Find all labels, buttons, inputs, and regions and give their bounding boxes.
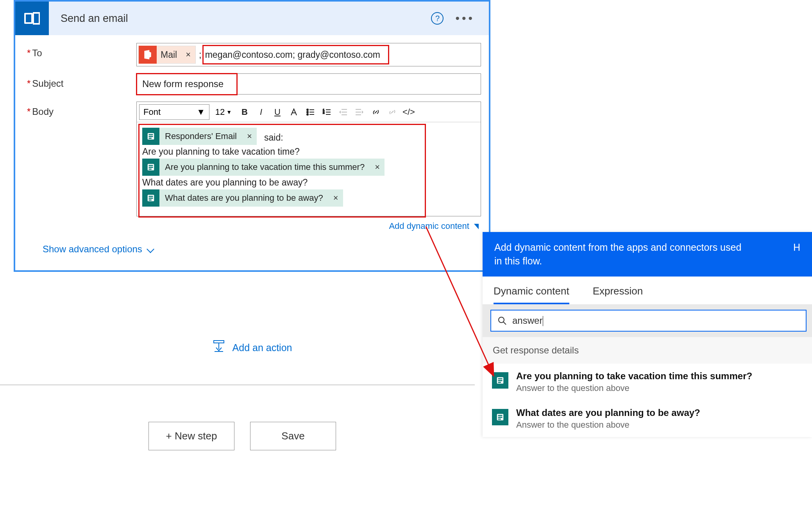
italic-button[interactable]: I: [254, 105, 268, 119]
text-color-button[interactable]: [287, 105, 301, 119]
to-label: *To: [27, 43, 136, 59]
editor-content[interactable]: Responders' Email × said: Are you planni…: [137, 122, 481, 216]
svg-rect-42: [498, 382, 501, 383]
forms-icon: [492, 372, 508, 389]
svg-rect-45: [498, 417, 503, 418]
forms-icon: [142, 189, 159, 207]
forms-icon: [492, 409, 508, 425]
svg-rect-46: [498, 419, 501, 420]
advanced-options-label: Show advanced options: [43, 244, 142, 255]
dynamic-content-tabs: Dynamic content Expression: [483, 277, 812, 304]
svg-rect-27: [149, 165, 153, 166]
search-wrap: answer: [483, 304, 812, 337]
body-editor: Font ▼ 12 ▼ B I U: [136, 102, 481, 216]
office-icon: [139, 46, 157, 64]
dynamic-item[interactable]: What dates are you planning to be away? …: [483, 400, 812, 437]
remove-token-icon[interactable]: ×: [329, 193, 343, 203]
dynamic-item-title: Are you planning to take vacation time t…: [516, 371, 752, 382]
svg-rect-33: [149, 200, 152, 201]
card-header: Send an email ? •••: [15, 2, 489, 35]
add-dynamic-content-link[interactable]: Add dynamic content: [136, 216, 481, 231]
search-icon: [497, 316, 507, 325]
forms-icon: [142, 159, 159, 176]
mail-token[interactable]: Mail ×: [138, 46, 196, 64]
token-label: Are you planning to take vacation time t…: [159, 162, 370, 172]
svg-rect-44: [498, 415, 503, 416]
bottom-buttons: + New step Save: [148, 422, 336, 450]
responders-email-token[interactable]: Responders' Email ×: [142, 128, 257, 145]
outdent-button[interactable]: [336, 105, 350, 119]
svg-point-37: [499, 317, 504, 323]
svg-rect-34: [214, 341, 224, 343]
said-text: said:: [264, 132, 283, 143]
svg-text:2: 2: [323, 111, 325, 114]
subject-input[interactable]: New form response: [136, 73, 481, 95]
remove-token-icon[interactable]: ×: [181, 50, 195, 60]
dynamic-content-header-text: Add dynamic content from the apps and co…: [494, 241, 744, 268]
dynamic-content-panel: Add dynamic content from the apps and co…: [483, 232, 812, 437]
dynamic-item-subtitle: Answer to the question above: [516, 383, 752, 393]
svg-rect-23: [149, 134, 153, 136]
numbered-list-button[interactable]: 12: [320, 105, 334, 119]
remove-token-icon[interactable]: ×: [242, 131, 257, 141]
svg-rect-32: [149, 198, 153, 199]
caret-icon: [474, 224, 479, 229]
card-body: *To Mail × ; megan@contoso.com; grady@co…: [15, 35, 489, 270]
dynamic-content-header-right[interactable]: H: [793, 241, 800, 254]
search-input-container[interactable]: answer: [490, 310, 807, 332]
show-advanced-options[interactable]: Show advanced options: [27, 231, 481, 259]
token-label: Mail: [157, 50, 181, 60]
indent-button[interactable]: [352, 105, 367, 119]
more-menu-icon[interactable]: •••: [455, 12, 475, 25]
outlook-icon: [15, 2, 49, 35]
bullet-list-button[interactable]: [303, 105, 317, 119]
token-label: What dates are you planning to be away?: [159, 193, 329, 203]
question2-token[interactable]: What dates are you planning to be away? …: [142, 189, 343, 207]
svg-rect-31: [149, 196, 153, 197]
font-label: Font: [143, 107, 161, 117]
svg-point-5: [307, 109, 308, 111]
subject-label: *Subject: [27, 73, 136, 89]
tab-expression[interactable]: Expression: [586, 277, 650, 304]
add-action-button[interactable]: Add an action: [212, 340, 292, 355]
tab-dynamic-content[interactable]: Dynamic content: [486, 277, 576, 304]
add-action-icon: [212, 340, 225, 355]
question1-token[interactable]: Are you planning to take vacation time t…: [142, 159, 385, 176]
to-emails-highlight: megan@contoso.com; grady@contoso.com: [202, 45, 389, 64]
link-button[interactable]: [369, 105, 383, 119]
svg-rect-25: [149, 138, 152, 139]
new-step-button[interactable]: + New step: [148, 422, 234, 450]
to-emails-text[interactable]: megan@contoso.com; grady@contoso.com: [205, 50, 380, 60]
underline-button[interactable]: U: [270, 105, 284, 119]
to-row: *To Mail × ; megan@contoso.com; grady@co…: [27, 43, 481, 66]
save-button[interactable]: Save: [250, 422, 336, 450]
font-dropdown[interactable]: Font ▼: [139, 104, 209, 120]
caret-down-icon: ▼: [197, 107, 205, 117]
subject-row: *Subject New form response: [27, 73, 481, 95]
svg-rect-29: [149, 169, 152, 170]
font-size-value: 12: [215, 107, 225, 117]
search-input[interactable]: answer: [512, 315, 799, 327]
card-title: Send an email: [61, 12, 431, 25]
remove-token-icon[interactable]: ×: [370, 162, 385, 172]
add-action-row: Add an action: [14, 340, 490, 355]
help-icon[interactable]: ?: [431, 12, 444, 25]
to-input[interactable]: Mail × ; megan@contoso.com; grady@contos…: [136, 43, 481, 66]
dynamic-content-header: Add dynamic content from the apps and co…: [483, 232, 812, 277]
body-row: *Body Font ▼ 12 ▼ B I U: [27, 102, 481, 231]
code-view-button[interactable]: </>: [402, 105, 416, 119]
unlink-button[interactable]: [385, 105, 399, 119]
body-line-2: What dates are you planning to be away?: [142, 177, 477, 188]
send-email-card: Send an email ? ••• *To Mail × ;: [14, 0, 490, 272]
body-line-1: Are you planning to take vacation time?: [142, 146, 477, 157]
dynamic-item-subtitle: Answer to the question above: [516, 420, 700, 430]
dynamic-item[interactable]: Are you planning to take vacation time t…: [483, 364, 812, 400]
svg-rect-41: [498, 380, 503, 381]
subject-value: New form response: [142, 79, 224, 89]
add-action-label: Add an action: [233, 342, 292, 353]
font-size-dropdown[interactable]: 12 ▼: [212, 104, 235, 120]
bold-button[interactable]: B: [238, 105, 252, 119]
svg-point-6: [307, 111, 308, 113]
svg-line-38: [503, 322, 506, 325]
token-label: Responders' Email: [159, 131, 242, 141]
